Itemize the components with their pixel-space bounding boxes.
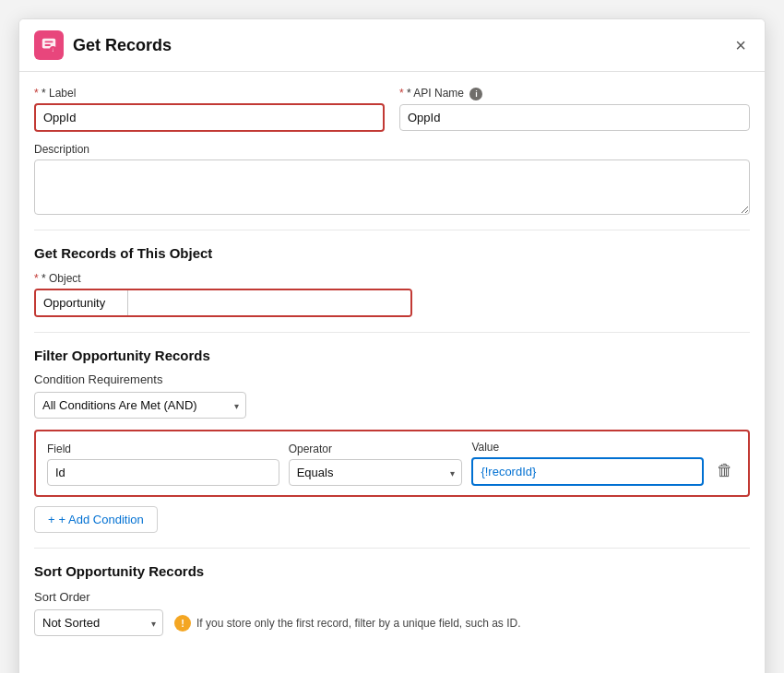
description-input[interactable] — [34, 159, 750, 215]
object-label-text: * Object — [42, 272, 81, 285]
api-name-group: * * API Name i — [399, 87, 750, 131]
label-field-label: * * Label — [34, 87, 385, 100]
svg-rect-1 — [45, 41, 53, 43]
add-condition-button[interactable]: + + Add Condition — [34, 506, 158, 533]
sort-order-select-wrapper: Not Sorted Ascending Descending ▾ — [34, 609, 163, 636]
condition-field-group: Field — [47, 443, 279, 486]
condition-value-input[interactable] — [471, 457, 704, 486]
label-input[interactable] — [36, 105, 383, 130]
sort-warning-box: ! If you store only the first record, fi… — [174, 615, 521, 632]
condition-requirements-label: Condition Requirements — [34, 372, 750, 386]
condition-requirements-select-wrapper: All Conditions Are Met (AND) ▾ — [34, 392, 246, 419]
warning-icon-symbol: ! — [181, 618, 184, 629]
object-group: * * Object Opportunity — [34, 272, 750, 317]
condition-value-label: Value — [471, 441, 704, 454]
condition-operator-label: Operator — [289, 443, 463, 455]
api-name-input[interactable] — [399, 104, 750, 131]
modal-body: * * Label * * API Name i — [19, 72, 765, 669]
sort-row: Not Sorted Ascending Descending ▾ ! If y… — [34, 609, 750, 636]
api-required-star: * — [399, 87, 404, 100]
add-condition-label: + Add Condition — [59, 513, 144, 526]
object-field-wrapper: Opportunity — [34, 289, 412, 317]
condition-value-group: Value — [471, 441, 704, 486]
modal-title: Get Records — [73, 36, 172, 55]
get-records-icon: ↓ — [34, 30, 64, 60]
object-label: * * Object — [34, 272, 750, 285]
sort-order-label: Sort Order — [34, 590, 750, 604]
api-info-icon: i — [469, 88, 482, 100]
sort-section: Sort Opportunity Records Sort Order Not … — [34, 549, 750, 651]
sort-warning-text: If you store only the first record, filt… — [196, 617, 521, 630]
header-left: ↓ Get Records — [34, 30, 172, 60]
delete-condition-button[interactable]: 🗑 — [713, 457, 737, 484]
get-records-object-title: Get Records of This Object — [34, 245, 750, 261]
api-name-label: * * API Name i — [399, 87, 750, 100]
label-input-wrapper — [34, 103, 385, 132]
condition-operator-group: Operator Equals Not Equals Greater Than … — [289, 443, 463, 486]
object-field-extra-input[interactable] — [128, 290, 410, 315]
svg-rect-2 — [45, 44, 51, 46]
modal-header: ↓ Get Records × — [19, 19, 765, 72]
svg-text:↓: ↓ — [52, 46, 54, 53]
get-records-modal: ↓ Get Records × * * Label — [18, 18, 766, 673]
label-required-star: * — [34, 87, 39, 100]
condition-requirements-select[interactable]: All Conditions Are Met (AND) — [34, 392, 246, 419]
condition-field-input[interactable] — [47, 459, 279, 486]
filter-section: Filter Opportunity Records Condition Req… — [34, 333, 750, 549]
condition-operator-select[interactable]: Equals Not Equals Greater Than Less Than… — [289, 459, 463, 486]
sort-section-title: Sort Opportunity Records — [34, 563, 750, 579]
condition-row-container: Field Operator Equals Not Equals Greater… — [34, 430, 750, 497]
object-required-star: * — [34, 272, 39, 285]
warning-icon: ! — [174, 615, 191, 632]
operator-select-wrapper: Equals Not Equals Greater Than Less Than… — [289, 459, 463, 486]
description-label: Description — [34, 143, 750, 156]
delete-icon: 🗑 — [717, 461, 733, 480]
description-group: Description — [34, 143, 750, 215]
condition-field-label: Field — [47, 443, 279, 455]
add-condition-plus-icon: + — [48, 513, 55, 526]
label-group: * * Label — [34, 87, 385, 132]
label-api-row: * * Label * * API Name i — [34, 87, 750, 132]
header-icon-svg: ↓ — [41, 37, 57, 53]
object-field-value: Opportunity — [36, 290, 128, 315]
label-api-section: * * Label * * API Name i — [34, 72, 750, 230]
close-button[interactable]: × — [731, 32, 750, 58]
label-text: * Label — [42, 87, 76, 100]
filter-section-title: Filter Opportunity Records — [34, 348, 750, 363]
get-records-object-section: Get Records of This Object * * Object Op… — [34, 230, 750, 333]
sort-order-select[interactable]: Not Sorted Ascending Descending — [34, 609, 163, 636]
api-name-text: * API Name — [407, 87, 464, 100]
